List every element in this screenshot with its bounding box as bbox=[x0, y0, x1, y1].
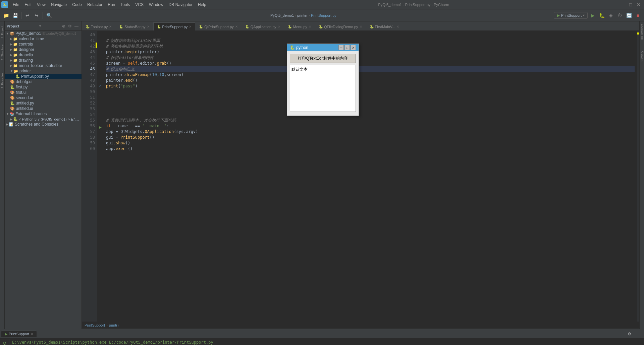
run-tab[interactable]: ▶ PrintSupport ✕ bbox=[1, 331, 37, 337]
tab-firstmainv-py[interactable]: 🐍 FirstMainV... ✕ bbox=[366, 22, 403, 30]
tab-close-icon[interactable]: ✕ bbox=[278, 25, 280, 28]
project-gear-btn[interactable]: ⚙ bbox=[67, 23, 73, 29]
tab-qtprintsupport-py[interactable]: 🐍 QtPrintSupport.py ✕ bbox=[195, 22, 241, 30]
tree-printsupport-py[interactable]: 🐍 PrintSupport.py bbox=[5, 74, 82, 79]
app-icon: 🐍 bbox=[1, 1, 8, 8]
tree-debnfg-ui[interactable]: 🎨 debnfg.ui bbox=[5, 79, 82, 84]
gutter-44 bbox=[97, 55, 103, 61]
tree-python-lib[interactable]: ▶ 🐍 < Python 3.7 (PyQt5_demo1) > E:\venv… bbox=[5, 117, 82, 122]
project-sync-btn[interactable]: ⊕ bbox=[61, 23, 66, 29]
tree-calendar-time[interactable]: ▶ 📁 calendar_time bbox=[5, 36, 82, 42]
tab-statusbar-py[interactable]: 🐍 StatusBar.py ✕ bbox=[115, 22, 153, 30]
tree-root[interactable]: ▼ 📦 PyQt5_demo1 E:\code\PyQt5_demo1 bbox=[5, 31, 82, 36]
code-line-57: app = QtWidgets.QApplication(sys.argv) bbox=[106, 129, 635, 135]
menu-tools[interactable]: Tools bbox=[118, 2, 132, 8]
gutter-45 bbox=[97, 61, 103, 66]
gutter-60 bbox=[97, 146, 103, 152]
menu-file[interactable]: File bbox=[10, 2, 22, 8]
menu-db-navigator[interactable]: DB Navigator bbox=[166, 2, 195, 8]
tab-menu-py[interactable]: 🐍 Menu.py ✕ bbox=[284, 22, 315, 30]
tab-close-icon[interactable]: ✕ bbox=[360, 25, 362, 28]
bottom-hide-btn[interactable]: — bbox=[635, 330, 643, 338]
menu-code[interactable]: Code bbox=[69, 2, 85, 8]
editor-scrollbar[interactable] bbox=[637, 31, 639, 322]
tree-scratches[interactable]: ▶ 📝 Scratches and Consoles bbox=[5, 122, 82, 127]
tree-printer[interactable]: ▼ 📂 printer bbox=[5, 68, 82, 74]
code-content[interactable]: # 把数据绘制到printer里面 # 将绘制的目标重定向到打印机 painte… bbox=[103, 31, 637, 322]
tab-qapplication-py[interactable]: 🐍 QApplication.py ✕ bbox=[241, 22, 284, 30]
tab-close-icon[interactable]: ✕ bbox=[147, 25, 150, 28]
gutter-49[interactable]: ○ bbox=[97, 83, 103, 89]
tree-first-ui[interactable]: 🎨 first.ui bbox=[5, 90, 82, 95]
tree-untitled-ui[interactable]: 🎨 untitled.ui bbox=[5, 106, 82, 111]
tab-close-icon[interactable]: ✕ bbox=[109, 25, 112, 28]
tab-close-icon[interactable]: ✕ bbox=[235, 25, 238, 28]
tree-first-py[interactable]: 🐍 first.py bbox=[5, 84, 82, 90]
menu-vcs[interactable]: VCS bbox=[132, 2, 146, 8]
tab-toolbar-py[interactable]: 🐍 Toolbar.py ✕ bbox=[82, 22, 115, 30]
menu-edit[interactable]: Edit bbox=[22, 2, 34, 8]
run-configuration[interactable]: ▶ PrintSupport ▾ bbox=[554, 12, 588, 19]
run-button[interactable]: ▶ bbox=[589, 11, 597, 19]
tree-controls[interactable]: ▶ 📁 controls bbox=[5, 42, 82, 47]
tab-label: Menu.py bbox=[293, 25, 307, 29]
toolbar-undo-btn[interactable]: ↩ bbox=[23, 11, 32, 19]
tab-close-icon[interactable]: ✕ bbox=[189, 25, 192, 28]
line-number-55: 55 bbox=[82, 118, 95, 123]
run-config-arrow: ▾ bbox=[583, 13, 585, 17]
bottom-settings-btn[interactable]: ⚙ bbox=[625, 330, 633, 338]
toolbar-open-btn[interactable]: 📁 bbox=[2, 11, 10, 19]
reload-btn[interactable]: 🔄 bbox=[625, 11, 633, 19]
scovery-tab[interactable]: SCovery bbox=[640, 49, 644, 65]
tree-drapclip[interactable]: ▶ 📁 drapclip bbox=[5, 52, 82, 58]
tree-untitled-py[interactable]: 🐍 untitled.py bbox=[5, 100, 82, 106]
breadcrumb-folder[interactable]: printer bbox=[297, 13, 308, 17]
gutter-53 bbox=[97, 106, 103, 112]
minimize-button[interactable]: ─ bbox=[619, 1, 627, 9]
toolbar-redo-btn[interactable]: ↪ bbox=[33, 11, 41, 19]
print-button[interactable]: 打印QTextEdit控件中的内容 bbox=[290, 54, 356, 63]
dialog-close-btn[interactable]: ✕ bbox=[351, 45, 356, 50]
menu-refactor[interactable]: Refactor bbox=[85, 2, 105, 8]
code-editor[interactable]: 40 41 42 43 44 45 46 47 48 49 50 51 52 5… bbox=[82, 31, 639, 322]
favorites-tab-vert[interactable]: 2: Favorites bbox=[0, 72, 5, 89]
tab-qfiledialogdemo-py[interactable]: 🐍 QFileDialogDemo.py ✕ bbox=[315, 22, 366, 30]
dialog-maximize-btn[interactable]: □ bbox=[344, 45, 350, 50]
tree-external-libs[interactable]: ▼ 📚 External Libraries bbox=[5, 111, 82, 117]
gutter-56-arrow[interactable]: ▶ bbox=[97, 123, 103, 129]
project-tab-vert[interactable]: 1: Project bbox=[0, 22, 5, 42]
structure-tab-vert[interactable]: 2: Structure bbox=[0, 42, 5, 62]
db-browser-tab[interactable]: DB Browser bbox=[640, 22, 644, 42]
tab-close-icon[interactable]: ✕ bbox=[396, 25, 399, 28]
menu-help[interactable]: Help bbox=[195, 2, 209, 8]
run-tab-close[interactable]: ✕ bbox=[31, 332, 33, 336]
project-hide-btn[interactable]: — bbox=[73, 23, 79, 29]
tab-close-icon[interactable]: ✕ bbox=[309, 25, 311, 28]
run-coverage-btn[interactable]: ◈ bbox=[607, 11, 615, 19]
tree-menu-toolbar[interactable]: ▶ 📁 menu_toolbar_statusbar bbox=[5, 63, 82, 68]
toolbar-save-btn[interactable]: 💾 bbox=[11, 11, 19, 19]
toolbar-search-btn[interactable]: 🔍 bbox=[45, 11, 53, 19]
text-edit-area[interactable]: 默认文本 bbox=[290, 65, 356, 112]
stop-button[interactable]: ■ bbox=[634, 11, 642, 19]
maximize-button[interactable]: □ bbox=[627, 1, 635, 9]
breadcrumb-project[interactable]: PyQt5_demo1 bbox=[270, 13, 294, 17]
breadcrumb-func-nav[interactable]: print() bbox=[109, 323, 119, 327]
menu-window[interactable]: Window bbox=[146, 2, 166, 8]
tree-second-ui[interactable]: 🎨 second.ui bbox=[5, 95, 82, 100]
tree-drawing[interactable]: ▶ 📁 drawing bbox=[5, 58, 82, 63]
menu-navigate[interactable]: Navigate bbox=[48, 2, 69, 8]
tree-designer[interactable]: ▶ 📁 designer bbox=[5, 47, 82, 52]
tab-printsupport-py[interactable]: 🐍 PrintSupport.py ✕ bbox=[153, 22, 196, 30]
profile-btn[interactable]: ⏱ bbox=[616, 11, 624, 19]
menu-run[interactable]: Run bbox=[105, 2, 118, 8]
menu-view[interactable]: View bbox=[34, 2, 48, 8]
dialog-minimize-btn[interactable]: ─ bbox=[338, 45, 344, 50]
breadcrumb-file-nav[interactable]: PrintSupport bbox=[85, 323, 105, 327]
close-button[interactable]: ✕ bbox=[635, 1, 643, 9]
debug-button[interactable]: 🐛 bbox=[598, 11, 606, 19]
rerun-button[interactable]: ↺ bbox=[1, 340, 8, 345]
breadcrumb-file[interactable]: PrintSupport.py bbox=[311, 13, 336, 17]
py-file-icon: 🐍 bbox=[10, 85, 15, 89]
run-tab-icon: ▶ bbox=[5, 332, 7, 336]
